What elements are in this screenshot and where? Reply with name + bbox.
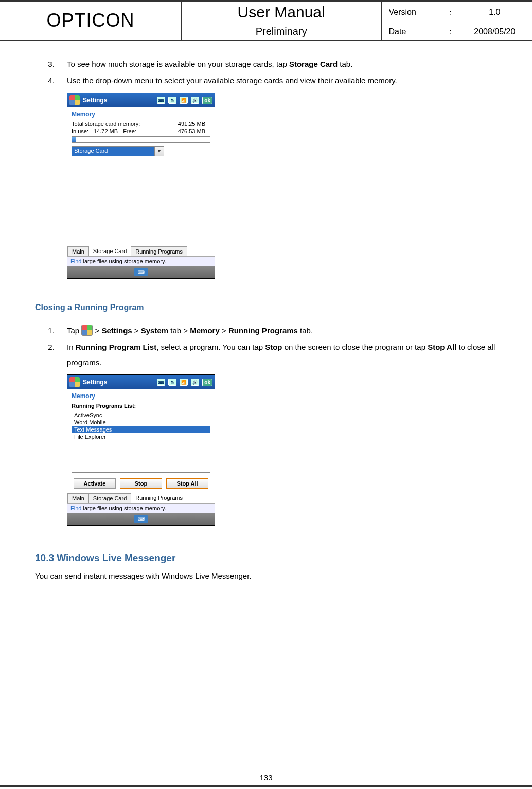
tab-storage-card[interactable]: Storage Card [88, 493, 131, 503]
stop-button[interactable]: Stop [120, 478, 162, 489]
colon: : [444, 24, 457, 40]
spacer [72, 156, 210, 244]
signal-icon[interactable]: 📶 [180, 97, 188, 104]
find-link[interactable]: Find [70, 505, 81, 511]
start-icon[interactable] [69, 377, 80, 387]
ss2-tabs: Main Storage Card Running Programs [67, 493, 215, 503]
cs1-memory: Memory [190, 326, 220, 335]
free-value: 476.53 MB [178, 128, 205, 134]
start-icon [81, 325, 93, 336]
chevron-down-icon[interactable]: ▼ [154, 147, 164, 156]
cs2-e: on the screen to close the program or ta… [282, 343, 428, 351]
step3-text-c: tab. [338, 60, 352, 68]
free-label: Free: [123, 128, 136, 134]
cs2-d: Stop [265, 343, 282, 351]
tab-main[interactable]: Main [67, 493, 89, 503]
running-programs-list[interactable]: ActiveSync Word Mobile Text Messages Fil… [72, 411, 210, 473]
cs1-settings: Settings [101, 326, 132, 335]
tab-main[interactable]: Main [67, 246, 89, 256]
closing-steps-list: Tap > Settings > System tab > Memory > R… [35, 323, 497, 526]
list-item-selected[interactable]: Text Messages [72, 426, 210, 433]
volume-icon[interactable]: 🔊 [191, 97, 199, 104]
ss1-tray: ⌨ ⇅ 📶 🔊 ok [157, 97, 212, 104]
progressbar-fill [72, 137, 76, 142]
keyboard-icon[interactable]: ⌨ [157, 379, 165, 386]
ss2-body: Memory Running Programs List: ActiveSync… [67, 389, 215, 493]
connectivity-icon[interactable]: ⇅ [168, 97, 176, 104]
dropdown-selected: Storage Card [72, 147, 154, 156]
ss2-title: Settings [83, 379, 107, 386]
step3-bold: Storage Card [289, 60, 338, 68]
cs1-tab1: tab > [168, 326, 190, 335]
ss1-tabs: Main Storage Card Running Programs [67, 246, 215, 256]
connectivity-icon[interactable]: ⇅ [168, 379, 176, 386]
ss2-titlebar: Settings ⌨ ⇅ 📶 🔊 ok [67, 375, 215, 389]
ok-button[interactable]: ok [202, 379, 212, 386]
footer-rule [0, 785, 532, 787]
sip-keyboard-icon[interactable]: ⌨ [134, 268, 148, 276]
inuse-label: In use: [72, 128, 88, 134]
ss2-tray: ⌨ ⇅ 📶 🔊 ok [157, 379, 212, 386]
date-label: Date [381, 24, 444, 40]
list-item[interactable]: Word Mobile [72, 419, 210, 426]
cs2-c: , select a program. You can tap [156, 343, 265, 351]
signal-icon[interactable]: 📶 [180, 379, 188, 386]
inuse-value: 14.72 MB [94, 128, 118, 134]
step4-text: Use the drop-down menu to select your av… [67, 76, 397, 85]
tab-running-programs[interactable]: Running Programs [131, 246, 187, 256]
sip-keyboard-icon[interactable]: ⌨ [134, 515, 148, 523]
cs1-running: Running Programs [228, 326, 298, 335]
find-text: large files using storage memory. [81, 505, 166, 511]
activate-button[interactable]: Activate [74, 478, 116, 489]
section-closing-program: Closing a Running Program [35, 299, 497, 316]
cs2-b: Running Program List [76, 343, 157, 351]
running-list-heading: Running Programs List: [72, 403, 210, 409]
list-item[interactable]: File Explorer [72, 433, 210, 440]
cs1-gt2: > [132, 326, 141, 335]
ss1-memory-heading: Memory [72, 111, 210, 118]
ss1-titlebar: Settings ⌨ ⇅ 📶 🔊 ok [67, 93, 215, 107]
keyboard-icon[interactable]: ⌨ [157, 97, 165, 104]
cs1-system: System [141, 326, 168, 335]
ss1-bottombar: ⌨ [67, 266, 215, 278]
ss2-button-row: Activate Stop Stop All [72, 476, 210, 491]
cs2-a: In [67, 343, 76, 351]
stop-all-button[interactable]: Stop All [166, 478, 208, 489]
volume-icon[interactable]: 🔊 [191, 379, 199, 386]
steps-list: To see how much storage is available on … [35, 57, 497, 279]
version-value: 1.0 [457, 1, 532, 24]
cs1-tap: Tap [67, 326, 81, 335]
close-step-1: Tap > Settings > System tab > Memory > R… [57, 323, 497, 338]
tab-running-programs[interactable]: Running Programs [131, 493, 187, 503]
manual-title: User Manual [181, 1, 381, 24]
ss1-body: Memory Total storage card memory: 491.25… [67, 107, 215, 246]
header-table: OPTICON User Manual Version : 1.0 Prelim… [0, 0, 532, 41]
step-3: To see how much storage is available on … [57, 57, 497, 72]
cs1-tab2: tab. [298, 326, 313, 335]
ss2-findbar: Find large files using storage memory. [67, 503, 215, 513]
ss1-usage-row: In use: 14.72 MB Free: 476.53 MB [72, 128, 210, 134]
screenshot-memory-storage: Settings ⌨ ⇅ 📶 🔊 ok Memory Total storage [67, 93, 215, 279]
content-area: To see how much storage is available on … [0, 41, 532, 582]
logo-cell: OPTICON [0, 1, 181, 41]
total-label: Total storage card memory: [72, 121, 140, 127]
tab-storage-card[interactable]: Storage Card [88, 246, 131, 256]
colon: : [444, 1, 457, 24]
total-value: 491.25 MB [178, 121, 205, 127]
step3-text-a: To see how much storage is available on … [67, 60, 289, 68]
storage-dropdown[interactable]: Storage Card ▼ [72, 146, 164, 156]
version-label: Version [381, 1, 444, 24]
find-link[interactable]: Find [70, 258, 81, 264]
cs2-f: Stop All [428, 343, 456, 351]
start-icon[interactable] [69, 95, 80, 105]
page-number: 133 [0, 773, 532, 782]
ss2-bottombar: ⌨ [67, 513, 215, 525]
cs1-gt1: > [95, 326, 102, 335]
ok-button[interactable]: ok [202, 97, 212, 104]
list-item[interactable]: ActiveSync [72, 411, 210, 419]
ss2-memory-heading: Memory [72, 392, 210, 400]
cs1-gt3: > [220, 326, 228, 335]
step-4: Use the drop-down menu to select your av… [57, 73, 497, 279]
manual-subtitle: Preliminary [181, 24, 381, 40]
ss1-title: Settings [83, 97, 107, 104]
